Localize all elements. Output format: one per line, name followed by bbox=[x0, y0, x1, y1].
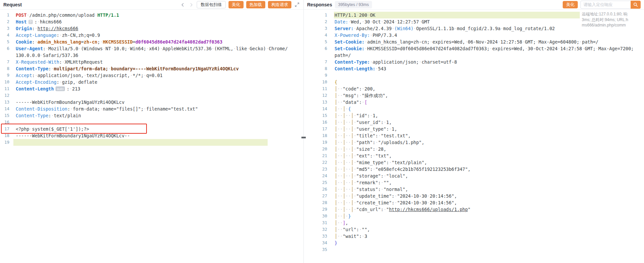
code-line: │··], bbox=[335, 219, 348, 226]
code-segment: ·· bbox=[346, 120, 351, 125]
code-segment: · bbox=[427, 193, 430, 199]
response-beautify-button[interactable]: 美化 bbox=[563, 1, 578, 8]
code-segment: · bbox=[354, 126, 356, 132]
history-next-button[interactable] bbox=[188, 2, 194, 8]
code-segment: · bbox=[525, 46, 528, 51]
code-segment: ·· bbox=[337, 234, 343, 239]
code-segment: · bbox=[348, 19, 351, 24]
expand-icon bbox=[294, 2, 300, 7]
code-row: 9Accept:·application/json,·text/javascri… bbox=[0, 72, 303, 79]
line-number: 11 bbox=[308, 85, 327, 92]
code-segment: deflate bbox=[78, 79, 97, 85]
code-segment: │ bbox=[351, 180, 354, 185]
code-segment: · bbox=[383, 207, 386, 212]
request-panel: Request 数据包扫描 美化 热加载 构造请求 1POST·/admin.p… bbox=[0, 0, 303, 263]
line-number: 26 bbox=[308, 186, 327, 193]
code-segment: · bbox=[233, 46, 236, 51]
response-meta-overlay: 远端地址:127.0.0.1:80; 响3ms; 总耗时:94ms; URL:h… bbox=[580, 11, 644, 29]
search-icon bbox=[633, 2, 638, 7]
code-segment: 1, bbox=[392, 126, 397, 132]
code-segment: "id": bbox=[356, 113, 370, 118]
line-number: 9 bbox=[1, 72, 9, 79]
code-segment: GMT bbox=[422, 19, 430, 24]
code-segment: · bbox=[356, 12, 359, 18]
code-row: 9 bbox=[304, 72, 644, 79]
code-row: 5Cookie:·admin_hkcms_lang=zh-cn;·HKCMSSE… bbox=[0, 39, 303, 45]
code-row: 35 bbox=[304, 246, 644, 253]
response-editor[interactable]: 1HTTP/1.1·200·OK2Date:·Wed,·30·Oct·2024·… bbox=[304, 10, 644, 263]
line-number: 19 bbox=[1, 139, 9, 146]
code-segment: { bbox=[348, 106, 351, 112]
content-length-auto-badge: auto bbox=[56, 86, 65, 91]
code-segment: "user_id": bbox=[356, 120, 383, 125]
code-segment: · bbox=[558, 46, 560, 51]
code-segment: │ bbox=[343, 180, 345, 185]
hot-reload-button[interactable]: 热加载 bbox=[246, 1, 266, 8]
packet-scan-button[interactable]: 数据包扫描 bbox=[197, 1, 226, 8]
code-line: Accept-Encoding:·gzip,·deflate bbox=[16, 79, 97, 85]
line-number: 3 bbox=[308, 25, 327, 32]
code-segment: ·· bbox=[346, 200, 351, 205]
line-number: 22 bbox=[308, 159, 327, 166]
code-line: Set-Cookie:·HKCMSSESSID=d0f6045d86e047d2… bbox=[335, 45, 634, 52]
code-segment: Gecko) bbox=[250, 46, 266, 51]
history-prev-button[interactable] bbox=[180, 2, 186, 8]
code-segment: : bbox=[49, 66, 51, 71]
code-segment: HKCMSSESSID=d0f6045d86e047d24fa4082dad7f… bbox=[367, 46, 490, 51]
code-segment: │ bbox=[351, 160, 354, 165]
response-search-button[interactable] bbox=[631, 1, 641, 9]
code-segment: <?php bbox=[16, 126, 29, 132]
build-request-button[interactable]: 构造请求 bbox=[268, 1, 291, 8]
code-segment: · bbox=[59, 79, 62, 85]
code-segment: · bbox=[160, 46, 163, 51]
response-search-input[interactable] bbox=[580, 1, 631, 9]
code-line: X-Requested-With:·XMLHttpRequest bbox=[16, 59, 103, 65]
code-segment: │ bbox=[335, 160, 337, 165]
code-segment: "normal", bbox=[383, 187, 408, 192]
code-segment: ·· bbox=[337, 153, 343, 158]
code-line: │··│··│·"mime_type":·"text/plain", bbox=[335, 159, 427, 166]
code-segment: Date: bbox=[335, 19, 348, 24]
code-segment: Apache/2.4.39 bbox=[356, 26, 392, 31]
request-editor[interactable]: 1POST·/admin.php/common/upload·HTTP/1.12… bbox=[0, 10, 303, 263]
line-number: 14 bbox=[1, 106, 9, 112]
code-segment: · bbox=[70, 106, 73, 112]
code-segment: ·· bbox=[337, 86, 343, 91]
line-number: 35 bbox=[308, 246, 327, 253]
code-row: 3Origin:·http://hkcms666 bbox=[0, 25, 303, 32]
code-segment: ·· bbox=[337, 106, 343, 112]
response-size-time-badge: 395bytes / 93ms bbox=[335, 1, 372, 8]
code-segment: · bbox=[364, 46, 367, 51]
code-line: path=/ bbox=[335, 52, 351, 59]
code-segment: Cookie bbox=[16, 39, 32, 45]
code-segment: · bbox=[354, 26, 356, 31]
code-segment: · bbox=[211, 46, 214, 51]
url-link[interactable]: http://hkcms666/uploads/1.php bbox=[389, 207, 468, 212]
line-number: 3 bbox=[1, 25, 9, 32]
code-segment: ·· bbox=[346, 180, 351, 185]
code-segment: │ bbox=[351, 207, 354, 212]
request-beautify-button[interactable]: 美化 bbox=[228, 1, 244, 8]
code-segment: · bbox=[346, 213, 348, 219]
code-segment: filename="test.txt" bbox=[146, 106, 198, 112]
code-segment: 12:27:58 bbox=[500, 39, 522, 45]
code-row: 6Set-Cookie:·HKCMSSESSID=d0f6045d86e047d… bbox=[304, 45, 644, 52]
code-segment: ·· bbox=[346, 173, 351, 179]
code-segment: 1, bbox=[386, 120, 392, 125]
code-line: │··│··│·"ext":·"txt", bbox=[335, 152, 392, 159]
code-line: User-Agent:·Mozilla/5.0·(Windows·NT·10.0… bbox=[16, 45, 288, 52]
fullscreen-button[interactable] bbox=[294, 2, 300, 8]
code-segment: X-Powered-By: bbox=[335, 32, 370, 38]
code-segment: · bbox=[100, 39, 103, 45]
code-segment: · bbox=[354, 193, 356, 199]
code-segment: · bbox=[247, 46, 250, 51]
line-number: 12 bbox=[308, 92, 327, 99]
url-link[interactable]: http://hkcms666 bbox=[37, 26, 78, 31]
code-segment: : bbox=[57, 79, 59, 85]
line-number: 19 bbox=[308, 139, 327, 146]
code-segment: · bbox=[389, 160, 392, 165]
code-segment: ·· bbox=[337, 173, 343, 179]
code-segment: │ bbox=[351, 113, 354, 118]
code-row: 16│··│··│·"user_id":·1, bbox=[304, 119, 644, 126]
code-segment: Content-Type: bbox=[335, 59, 370, 65]
